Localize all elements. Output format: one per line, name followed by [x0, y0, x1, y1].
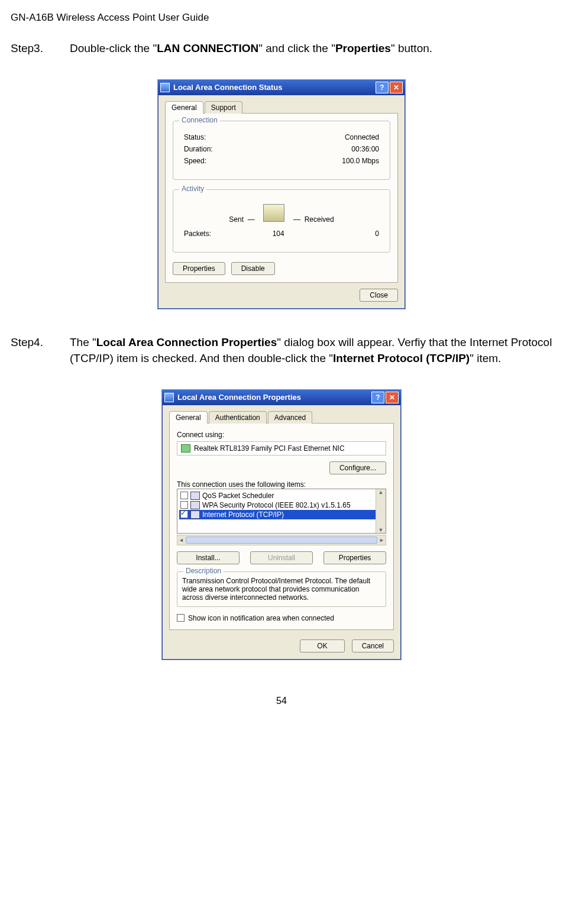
- description-box: Description Transmission Control Protoco…: [177, 571, 386, 607]
- page-header: GN-A16B Wireless Access Point User Guide: [11, 12, 552, 24]
- props-tabs: General Authentication Advanced: [169, 411, 394, 424]
- status-title: Local Area Connection Status: [173, 83, 282, 92]
- status-titlebar: Local Area Connection Status ? ✕: [158, 80, 405, 95]
- window-icon: [164, 393, 174, 402]
- adapter-box: Realtek RTL8139 Family PCI Fast Ethernet…: [177, 441, 386, 455]
- network-activity-icon: [263, 204, 284, 222]
- duration-value: 00:36:00: [351, 145, 379, 153]
- properties-button[interactable]: Properties: [173, 262, 225, 275]
- items-listbox[interactable]: QoS Packet Scheduler WPA Security Protoc…: [177, 489, 386, 534]
- step3-bold2: Properties: [335, 42, 391, 54]
- tab-general[interactable]: General: [169, 411, 208, 424]
- packets-label: Packets:: [184, 230, 211, 238]
- adapter-name: Realtek RTL8139 Family PCI Fast Ethernet…: [194, 444, 345, 453]
- tab-support[interactable]: Support: [205, 101, 242, 114]
- sent-label: Sent: [229, 215, 244, 224]
- protocol-icon: [190, 501, 200, 509]
- status-tabs: General Support: [165, 101, 398, 114]
- install-button[interactable]: Install...: [177, 551, 240, 564]
- step3-label: Step3.: [11, 40, 70, 57]
- connect-using-label: Connect using:: [177, 431, 386, 439]
- step3-text: Double-click the "LAN CONNECTION" and cl…: [70, 40, 552, 57]
- connection-group-title: Connection: [179, 116, 220, 124]
- scroll-up-icon[interactable]: ▲: [378, 489, 384, 495]
- help-button-icon[interactable]: ?: [376, 82, 389, 93]
- help-button-icon[interactable]: ?: [371, 392, 384, 403]
- step3-post: " button.: [391, 42, 432, 54]
- ok-button[interactable]: OK: [300, 639, 344, 652]
- close-button-icon[interactable]: ✕: [390, 82, 403, 93]
- properties-title: Local Area Connection Properties: [177, 393, 301, 402]
- horizontal-scrollbar[interactable]: ◄ ►: [177, 535, 386, 545]
- protocol-icon: [190, 511, 200, 519]
- step4-post: " item.: [470, 352, 501, 364]
- checkbox-icon[interactable]: [180, 511, 188, 518]
- uninstall-button[interactable]: Uninstall: [250, 551, 313, 564]
- configure-button[interactable]: Configure...: [329, 461, 386, 474]
- checkbox-icon[interactable]: [180, 501, 188, 509]
- connection-group: Connection Status: Connected Duration: 0…: [173, 121, 390, 180]
- item-qos-label: QoS Packet Scheduler: [202, 492, 274, 500]
- properties-titlebar: Local Area Connection Properties ? ✕: [162, 390, 401, 405]
- close-button[interactable]: Close: [360, 289, 398, 302]
- duration-label: Duration:: [184, 145, 213, 153]
- item-tcpip-label: Internet Protocol (TCP/IP): [202, 511, 284, 519]
- scroll-down-icon[interactable]: ▼: [378, 527, 384, 533]
- list-item-qos[interactable]: QoS Packet Scheduler: [179, 491, 384, 500]
- scroll-right-icon[interactable]: ►: [379, 537, 384, 543]
- protocol-icon: [190, 492, 200, 500]
- nic-icon: [181, 444, 190, 453]
- checkbox-icon[interactable]: [177, 614, 185, 622]
- cancel-button[interactable]: Cancel: [352, 639, 394, 652]
- page-number: 54: [11, 696, 552, 706]
- description-title: Description: [183, 567, 224, 575]
- disable-button[interactable]: Disable: [231, 262, 275, 275]
- step4-label: Step4.: [11, 334, 70, 367]
- status-window: Local Area Connection Status ? ✕ General…: [157, 79, 406, 309]
- step3-mid: " and click the ": [258, 42, 335, 54]
- status-value: Connected: [345, 133, 379, 141]
- checkbox-icon[interactable]: [180, 492, 188, 499]
- activity-group-title: Activity: [179, 185, 206, 193]
- item-properties-button[interactable]: Properties: [323, 551, 386, 564]
- description-text: Transmission Control Protocol/Internet P…: [182, 577, 370, 602]
- show-icon-row[interactable]: Show icon in notification area when conn…: [177, 614, 386, 622]
- activity-group: Activity Sent — — Received Packets: 104: [173, 189, 390, 253]
- tab-advanced[interactable]: Advanced: [268, 411, 312, 424]
- step4-text: The "Local Area Connection Properties" d…: [70, 334, 552, 367]
- step4-bold2: Internet Protocol (TCP/IP): [333, 352, 470, 364]
- window-icon: [160, 83, 170, 92]
- tab-authentication[interactable]: Authentication: [209, 411, 267, 424]
- list-item-wpa[interactable]: WPA Security Protocol (IEEE 802.1x) v1.5…: [179, 500, 384, 510]
- close-button-icon[interactable]: ✕: [386, 392, 399, 403]
- vertical-scrollbar[interactable]: ▲▼: [376, 489, 386, 533]
- packets-received: 0: [375, 230, 379, 238]
- scroll-thumb[interactable]: [186, 537, 377, 544]
- show-icon-label: Show icon in notification area when conn…: [188, 614, 334, 622]
- step3-row: Step3. Double-click the "LAN CONNECTION"…: [11, 40, 552, 57]
- tab-general[interactable]: General: [165, 101, 203, 114]
- speed-value: 100.0 Mbps: [342, 157, 379, 165]
- speed-label: Speed:: [184, 157, 206, 165]
- packets-sent: 104: [211, 230, 345, 238]
- list-item-tcpip[interactable]: Internet Protocol (TCP/IP): [179, 510, 384, 519]
- properties-window: Local Area Connection Properties ? ✕ Gen…: [161, 389, 402, 660]
- received-label: Received: [305, 215, 334, 224]
- item-wpa-label: WPA Security Protocol (IEEE 802.1x) v1.5…: [202, 501, 351, 509]
- step4-row: Step4. The "Local Area Connection Proper…: [11, 334, 552, 367]
- uses-items-label: This connection uses the following items…: [177, 480, 386, 489]
- step3-bold1: LAN CONNECTION: [157, 42, 258, 54]
- step3-pre: Double-click the ": [70, 42, 157, 54]
- step4-pre: The ": [70, 336, 96, 348]
- status-label: Status:: [184, 133, 206, 141]
- scroll-left-icon[interactable]: ◄: [179, 537, 184, 543]
- step4-bold1: Local Area Connection Properties: [96, 336, 277, 348]
